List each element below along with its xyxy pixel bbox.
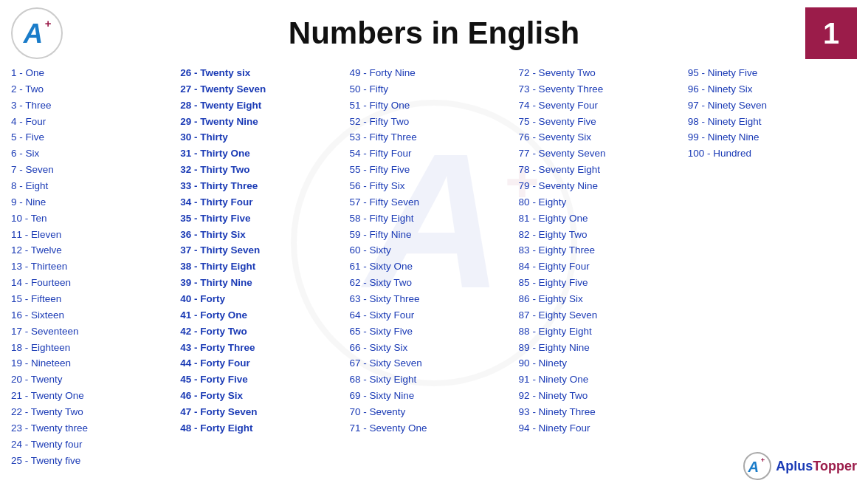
list-item: 52 - Fifty Two [349,114,518,130]
list-item: 91 - Ninety One [519,372,688,388]
list-item: 12 - Twelve [11,242,180,259]
list-item: 67 - Sixty Seven [349,355,518,372]
list-item: 59 - Fifty Nine [349,227,518,243]
list-item: 73 - Seventy Three [519,81,688,97]
column-5: 95 - Ninety Five96 - Ninety Six97 - Nine… [688,65,857,468]
list-item: 71 - Seventy One [349,420,518,437]
logo-circle: A + [11,7,63,59]
list-item: 35 - Thirty Five [180,211,349,227]
list-item: 84 - Eighty Four [519,259,688,275]
page-container: A + Numbers in English 1 1 - One2 - Two3… [0,0,868,486]
list-item: 40 - Forty [180,291,349,307]
list-item: 51 - Fifty One [349,97,518,114]
page-title: Numbers in English [78,16,790,51]
list-item: 88 - Eighty Eight [519,324,688,340]
list-item: 61 - Sixty One [349,259,518,275]
list-item: 74 - Seventy Four [519,97,688,114]
column-2: 26 - Twenty six27 - Twenty Seven28 - Twe… [180,65,349,468]
column-1: 1 - One2 - Two3 - Three4 - Four5 - Five6… [11,65,180,468]
list-item: 78 - Seventy Eight [519,162,688,178]
list-item: 86 - Eighty Six [519,291,688,307]
list-item: 7 - Seven [11,162,180,178]
list-item: 8 - Eight [11,178,180,194]
list-item: 80 - Eighty [519,194,688,211]
list-item: 79 - Seventy Nine [519,178,688,194]
list-item: 23 - Twenty three [11,420,180,437]
list-item: 100 - Hundred [688,146,857,162]
list-item: 21 - Twenty One [11,388,180,404]
header: A + Numbers in English 1 [11,7,857,59]
list-item: 45 - Forty Five [180,372,349,388]
list-item: 99 - Ninety Nine [688,129,857,146]
list-item: 34 - Thirty Four [180,194,349,211]
list-item: 49 - Forty Nine [349,65,518,81]
list-item: 5 - Five [11,129,180,146]
list-item: 75 - Seventy Five [519,114,688,130]
list-item: 27 - Twenty Seven [180,81,349,97]
list-item: 1 - One [11,65,180,81]
list-item: 39 - Thirty Nine [180,275,349,291]
list-item: 76 - Seventy Six [519,129,688,146]
list-item: 89 - Eighty Nine [519,340,688,356]
svg-text:A: A [23,18,43,49]
list-item: 17 - Seventeen [11,324,180,340]
list-item: 19 - Nineteen [11,355,180,372]
list-item: 95 - Ninety Five [688,65,857,81]
page-number: 1 [823,17,839,50]
content-area: 1 - One2 - Two3 - Three4 - Four5 - Five6… [11,65,857,468]
list-item: 13 - Thirteen [11,259,180,275]
list-item: 98 - Ninety Eight [688,114,857,130]
list-item: 9 - Nine [11,194,180,211]
list-item: 42 - Forty Two [180,324,349,340]
list-item: 68 - Sixty Eight [349,372,518,388]
list-item: 30 - Thirty [180,129,349,146]
list-item: 57 - Fifty Seven [349,194,518,211]
list-item: 36 - Thirty Six [180,227,349,243]
list-item: 77 - Seventy Seven [519,146,688,162]
list-item: 24 - Twenty four [11,437,180,453]
list-item: 72 - Seventy Two [519,65,688,81]
list-item: 22 - Twenty Two [11,404,180,420]
list-item: 15 - Fifteen [11,291,180,307]
list-item: 16 - Sixteen [11,307,180,324]
list-item: 82 - Eighty Two [519,227,688,243]
svg-text:+: + [45,17,52,30]
list-item: 63 - Sixty Three [349,291,518,307]
list-item: 90 - Ninety [519,355,688,372]
list-item: 81 - Eighty One [519,211,688,227]
column-3: 49 - Forty Nine50 - Fifty51 - Fifty One5… [349,65,518,468]
page-number-box: 1 [805,7,857,59]
list-item: 55 - Fifty Five [349,162,518,178]
list-item: 11 - Eleven [11,227,180,243]
list-item: 47 - Forty Seven [180,404,349,420]
list-item: 70 - Seventy [349,404,518,420]
list-item: 65 - Sixty Five [349,324,518,340]
list-item: 25 - Twenty five [11,453,180,469]
column-4: 72 - Seventy Two73 - Seventy Three74 - S… [519,65,688,468]
list-item: 33 - Thirty Three [180,178,349,194]
list-item: 83 - Eighty Three [519,242,688,259]
list-item: 37 - Thirty Seven [180,242,349,259]
list-item: 69 - Sixty Nine [349,388,518,404]
list-item: 26 - Twenty six [180,65,349,81]
list-item: 18 - Eighteen [11,340,180,356]
list-item: 20 - Twenty [11,372,180,388]
list-item: 43 - Forty Three [180,340,349,356]
list-item: 92 - Ninety Two [519,388,688,404]
list-item: 41 - Forty One [180,307,349,324]
list-item: 3 - Three [11,97,180,114]
list-item: 14 - Fourteen [11,275,180,291]
list-item: 94 - Ninety Four [519,420,688,437]
list-item: 44 - Forty Four [180,355,349,372]
list-item: 29 - Twenty Nine [180,114,349,130]
list-item: 97 - Ninety Seven [688,97,857,114]
list-item: 10 - Ten [11,211,180,227]
list-item: 32 - Thirty Two [180,162,349,178]
list-item: 48 - Forty Eight [180,420,349,437]
list-item: 54 - Fifty Four [349,146,518,162]
list-item: 38 - Thirty Eight [180,259,349,275]
list-item: 31 - Thirty One [180,146,349,162]
list-item: 2 - Two [11,81,180,97]
list-item: 28 - Twenty Eight [180,97,349,114]
list-item: 64 - Sixty Four [349,307,518,324]
